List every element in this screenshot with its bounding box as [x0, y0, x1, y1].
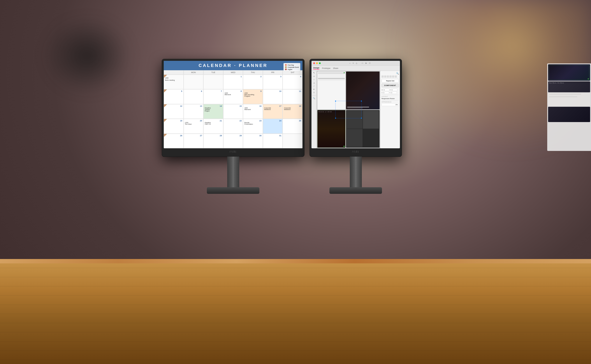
- xd-minus-icon[interactable]: −: [349, 62, 350, 64]
- x-value: 0: [392, 89, 393, 91]
- tab-prototype[interactable]: Prototype: [322, 67, 330, 69]
- h-input[interactable]: 0: [383, 91, 389, 94]
- play-icon[interactable]: ▶: [366, 62, 367, 64]
- col-header-tue: TUE: [203, 70, 223, 75]
- cell-num: 23: [244, 120, 262, 122]
- cell-num: 8: [225, 90, 242, 92]
- appearance-label: APPERANCE: [381, 101, 399, 103]
- left-monitor-bezel-bottom: //|S|: [164, 148, 302, 155]
- cell-event-2: Afterwork: [225, 94, 242, 95]
- zoom-tool-icon[interactable]: 🔍: [313, 97, 315, 99]
- opacity-input[interactable]: 0%: [381, 103, 399, 106]
- thumb-border: [317, 110, 345, 148]
- legend-item-free: Free Day: [285, 64, 299, 66]
- far-right-text: See More, Do More: [548, 81, 590, 84]
- component-badge: COMPONENT: [381, 84, 399, 87]
- align-tool-icon[interactable]: [381, 75, 384, 78]
- card-bar: [549, 95, 573, 96]
- align-tool-icon[interactable]: [384, 75, 386, 78]
- far-right-panel: See More, Do More: [547, 64, 591, 151]
- far-right-img-4: [548, 107, 590, 122]
- triangle-tool-icon[interactable]: △: [314, 82, 315, 84]
- repeat-grid-button[interactable]: Repeat Grid: [381, 79, 399, 83]
- minimize-button-icon[interactable]: [316, 62, 318, 64]
- cell-w5-d7: [282, 134, 302, 148]
- cell-num: 15: [225, 105, 242, 107]
- maximize-button-icon[interactable]: [319, 62, 321, 64]
- legend-dot-corporate: [285, 66, 287, 68]
- xd-left-toolbar: ↖ ▭ ○ △ / ✒ T 🔍: [311, 71, 317, 148]
- cell-num: 18: [284, 105, 301, 107]
- thumb-product-grid: [346, 110, 380, 148]
- xd-thumb-4: [346, 110, 380, 148]
- thumb-bar: [347, 108, 363, 108]
- w-input[interactable]: 0: [383, 89, 389, 91]
- cell-num: 24: [264, 120, 282, 122]
- cell-event-2: Weekend: [264, 109, 282, 110]
- cell-w4-d5: 23 Results Presentation: [243, 119, 263, 133]
- close-button-icon[interactable]: [313, 62, 315, 64]
- line-tool-icon[interactable]: /: [314, 85, 314, 87]
- cell-event: 1200: [185, 122, 202, 123]
- fullscreen-icon[interactable]: ⊡: [369, 62, 371, 64]
- y-label: Y: [389, 92, 390, 93]
- thumb-product-item: [363, 129, 379, 147]
- search-icon[interactable]: 🔍: [396, 72, 399, 75]
- pen-tool-icon[interactable]: ✒: [313, 88, 315, 90]
- cell-num: 26: [165, 135, 182, 137]
- toolbar-divider: [312, 95, 316, 96]
- xd-home-icon[interactable]: ⌂: [356, 62, 357, 64]
- right-monitor-body: − + ⌂ ▭ ▶ ⊡ Design Prototype: [310, 59, 402, 157]
- card-bar: [549, 94, 581, 95]
- align-tool-icon[interactable]: [392, 75, 394, 78]
- corner-triangle: [164, 134, 167, 137]
- thumb-content: [347, 107, 378, 108]
- left-monitor-body: CALENDAR · PLANNER Free Day Corporate Ev…: [162, 59, 304, 157]
- appearance-section: APPERANCE 0%: [381, 101, 399, 106]
- right-monitor-bezel-bottom: //|S|: [311, 148, 400, 155]
- h-value: 0: [383, 92, 384, 93]
- cell-event: 1900: [225, 92, 242, 94]
- tab-share[interactable]: Share: [333, 67, 338, 69]
- thumb-item: [318, 74, 345, 76]
- cell-w1-d3: [203, 75, 223, 89]
- xd-thumbs-bottom: PEACE of MIND: [317, 110, 380, 149]
- monitors-area: CALENDAR · PLANNER Free Day Corporate Ev…: [162, 59, 429, 194]
- text-tool-icon[interactable]: T: [314, 92, 315, 94]
- cell-num: 11: [284, 90, 301, 92]
- cell-num: 9: [244, 90, 262, 92]
- cell-num: 27: [185, 135, 202, 137]
- cell-num: 3: [264, 75, 282, 78]
- background-dark-object: [44, 18, 131, 94]
- y-input[interactable]: 0: [391, 91, 397, 94]
- align-tool-icon[interactable]: [387, 75, 389, 78]
- cell-num: 29: [225, 135, 242, 137]
- cell-event-2: Afterwork: [244, 109, 262, 110]
- x-input[interactable]: 0: [391, 89, 397, 91]
- cell-num: 14: [205, 105, 222, 107]
- far-right-content: See More, Do More: [547, 64, 591, 123]
- cell-w3-d3: 14 Deadline Joshton Project: [203, 104, 223, 119]
- align-tool-icon[interactable]: [389, 75, 392, 78]
- xd-plus-icon[interactable]: +: [353, 62, 354, 64]
- tab-design[interactable]: Design: [313, 67, 319, 70]
- img-border: [549, 65, 589, 80]
- cell-num: 31: [264, 135, 282, 137]
- device-icon[interactable]: ▭: [361, 62, 363, 64]
- cell-event-2: New recruiting: [244, 94, 262, 95]
- ellipse-tool-icon[interactable]: ○: [314, 78, 315, 80]
- left-monitor-wrapper: CALENDAR · PLANNER Free Day Corporate Ev…: [162, 59, 304, 194]
- cell-w5-d5: 30: [243, 134, 263, 148]
- opacity-value: 0%: [395, 104, 398, 105]
- y-value: 0: [391, 92, 392, 93]
- rectangle-tool-icon[interactable]: ▭: [313, 75, 315, 77]
- thumb-overlay: [346, 72, 380, 109]
- cell-w3-d6: 17 Corporate Weekend: [263, 104, 283, 119]
- scene: CALENDAR · PLANNER Free Day Corporate Ev…: [0, 0, 591, 364]
- arrow-tool-icon[interactable]: ↖: [313, 72, 315, 74]
- align-tool-icon[interactable]: [395, 75, 397, 78]
- cell-w1-d6: 3: [263, 75, 283, 89]
- cell-event-2: Presentation: [244, 123, 262, 125]
- cell-num: 22: [225, 120, 242, 122]
- xd-thumb-1: [317, 72, 345, 109]
